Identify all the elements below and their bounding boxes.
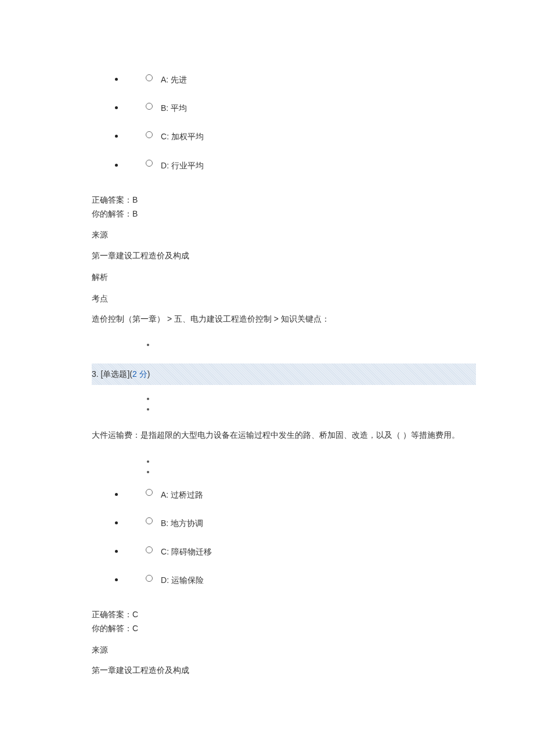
q2-option-c[interactable]: C: 加权平均	[115, 129, 476, 143]
bullet-icon	[147, 460, 149, 463]
q3-option-b[interactable]: B: 地方协调	[115, 516, 476, 530]
option-label: D: 行业平均	[161, 159, 204, 173]
option-label: C: 障碍物迁移	[161, 545, 212, 559]
radio-icon[interactable]	[146, 131, 153, 138]
your-answer: 你的解答：C	[92, 622, 476, 636]
bullet-list	[147, 460, 476, 473]
option-label: B: 地方协调	[161, 516, 203, 531]
q3-number: 3.	[92, 369, 101, 379]
q3-header: 3. [单选题](2 分)	[92, 363, 476, 385]
q3-option-d[interactable]: D: 运输保险	[115, 573, 476, 587]
analysis-label: 解析	[92, 270, 476, 285]
point-label: 考点	[92, 291, 476, 306]
q3-answers: 正确答案：C 你的解答：C	[92, 608, 476, 636]
radio-icon[interactable]	[146, 546, 153, 553]
source-label: 来源	[92, 643, 476, 657]
bullet-list	[147, 398, 476, 411]
bullet-icon	[147, 471, 149, 473]
source-label: 来源	[92, 228, 476, 242]
option-label: A: 先进	[161, 73, 187, 87]
correct-answer: 正确答案：C	[92, 608, 476, 622]
source-text: 第一章建设工程造价及构成	[92, 249, 476, 263]
radio-icon[interactable]	[146, 575, 153, 582]
q3-type: [单选题]	[101, 369, 130, 379]
q2-options: A: 先进 B: 平均 C: 加权平均 D: 行业平均	[115, 72, 476, 172]
question-2-block: A: 先进 B: 平均 C: 加权平均 D: 行业平均 正确答案：B 你的解答：…	[92, 72, 476, 678]
bullet-icon	[147, 408, 149, 411]
radio-icon[interactable]	[146, 489, 153, 496]
option-label: A: 过桥过路	[161, 488, 203, 502]
q3-stem: 大件运输费：是指超限的大型电力设备在运输过程中发生的路、桥加固、改造，以及（ ）…	[92, 428, 476, 442]
q2-option-b[interactable]: B: 平均	[115, 100, 476, 115]
q3-option-a[interactable]: A: 过桥过路	[115, 487, 476, 502]
bullet-icon	[147, 344, 149, 346]
radio-icon[interactable]	[146, 517, 153, 524]
option-label: B: 平均	[161, 101, 187, 116]
option-label: C: 加权平均	[161, 129, 204, 144]
source-text: 第一章建设工程造价及构成	[92, 663, 476, 678]
point-text: 造价控制（第一章） > 五、电力建设工程造价控制 > 知识关键点：	[92, 312, 476, 326]
radio-icon[interactable]	[146, 160, 153, 167]
option-label: D: 运输保险	[161, 573, 204, 588]
bullet-list	[147, 344, 476, 346]
q3-options: A: 过桥过路 B: 地方协调 C: 障碍物迁移 D: 运输保险	[115, 487, 476, 588]
bullet-icon	[147, 398, 149, 400]
your-answer: 你的解答：B	[92, 207, 476, 221]
q2-option-d[interactable]: D: 行业平均	[115, 158, 476, 172]
radio-icon[interactable]	[146, 74, 153, 81]
q3-option-c[interactable]: C: 障碍物迁移	[115, 544, 476, 559]
q3-score: 2 分	[132, 369, 147, 379]
correct-answer: 正确答案：B	[92, 193, 476, 207]
q2-option-a[interactable]: A: 先进	[115, 72, 476, 87]
radio-icon[interactable]	[146, 103, 153, 110]
q2-answers: 正确答案：B 你的解答：B	[92, 193, 476, 221]
